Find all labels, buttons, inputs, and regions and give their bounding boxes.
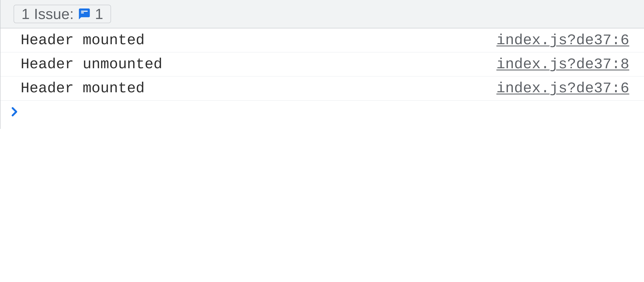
console-log-source-link[interactable]: index.js?de37:6 [496,32,629,49]
console-log-message: Header unmounted [21,56,162,73]
message-icon [78,8,91,21]
console-log-row: Header mounted index.js?de37:6 [0,28,644,52]
console-log-source-link[interactable]: index.js?de37:8 [496,56,629,73]
console-toolbar: 1 Issue: 1 [0,0,644,28]
console-prompt[interactable] [0,101,644,129]
chevron-right-icon [9,105,20,119]
console-log-row: Header unmounted index.js?de37:8 [0,52,644,76]
console-log-row: Header mounted index.js?de37:6 [0,76,644,100]
console-log-source-link[interactable]: index.js?de37:6 [496,80,629,97]
console-log-message: Header mounted [21,32,144,49]
issues-chip[interactable]: 1 Issue: 1 [14,5,111,23]
console-log-message: Header mounted [21,80,144,97]
console-log-list: Header mounted index.js?de37:6 Header un… [0,28,644,101]
issues-chip-count: 1 [95,7,103,21]
issues-chip-label: 1 Issue: [22,7,74,21]
